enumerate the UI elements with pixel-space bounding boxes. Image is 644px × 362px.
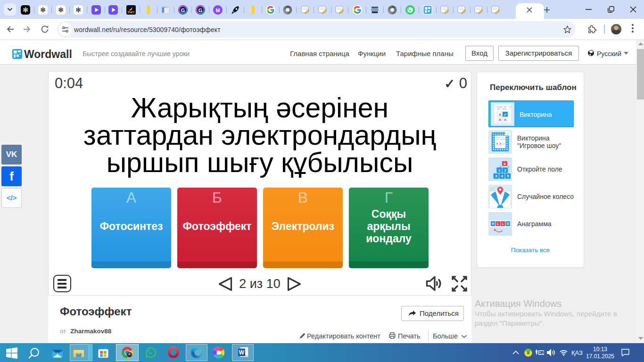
svg-text:1: 1 (498, 168, 501, 173)
svg-text:★: ★ (504, 162, 507, 165)
svg-text:✻: ✻ (58, 6, 64, 14)
svg-text:2: 2 (504, 168, 506, 173)
svg-text:L: L (497, 222, 499, 225)
svg-text:O: O (507, 222, 509, 225)
svg-text:?: ? (509, 105, 511, 110)
svg-text:G: G (181, 8, 185, 13)
svg-text:✻: ✻ (40, 6, 46, 14)
svg-text:4: 4 (501, 174, 504, 178)
svg-text:✓: ✓ (503, 142, 505, 145)
svg-text:✓: ✓ (504, 113, 507, 117)
svg-text:✕: ✕ (498, 118, 502, 122)
svg-text:G: G (198, 8, 203, 13)
svg-text:M: M (215, 8, 220, 13)
svg-text:✻: ✻ (75, 6, 81, 14)
svg-text:3: 3 (495, 174, 497, 178)
svg-text:✕: ✕ (498, 113, 502, 117)
svg-text:W: W (239, 349, 245, 356)
svg-text:✕: ✕ (504, 118, 507, 122)
svg-text:5: 5 (507, 174, 509, 178)
svg-text:H: H (492, 222, 494, 225)
svg-text:L: L (502, 222, 504, 225)
svg-text:✻: ✻ (23, 6, 28, 14)
svg-text:☃: ☃ (506, 132, 509, 135)
svg-text:?: ? (504, 138, 505, 141)
svg-text:PhET: PhET (128, 11, 135, 14)
svg-text:✕: ✕ (496, 142, 498, 145)
svg-text:✕: ✕ (499, 142, 502, 145)
